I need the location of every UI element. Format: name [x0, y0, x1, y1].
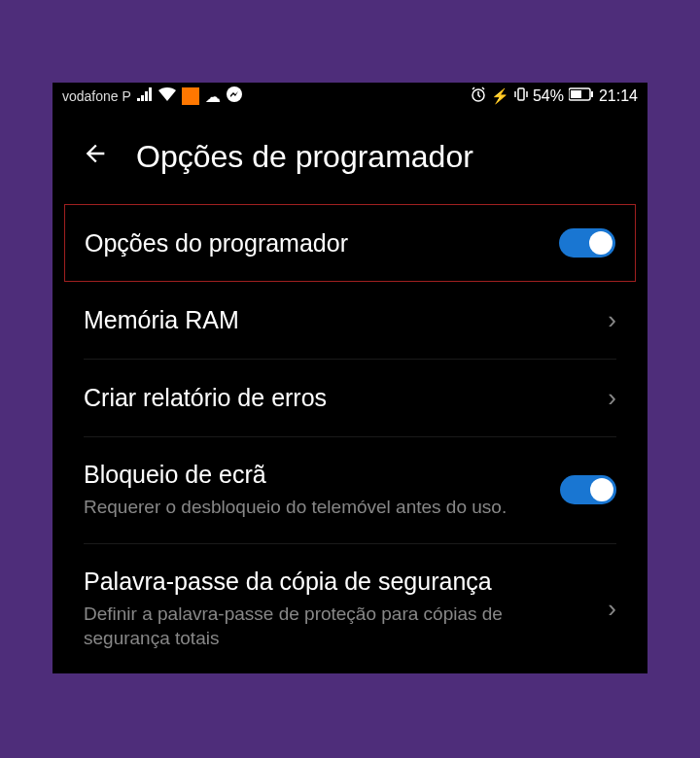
screen-lock-toggle[interactable]	[560, 475, 616, 504]
status-right: ⚡ 54% 21:14	[471, 86, 638, 106]
settings-row-bug-report[interactable]: Criar relatório de erros ›	[84, 360, 616, 437]
row-subtitle: Definir a palavra-passe de proteção para…	[84, 602, 588, 651]
status-left: vodafone P ☁	[62, 86, 242, 106]
back-arrow-icon[interactable]	[82, 140, 109, 174]
row-label: Opções do programador	[85, 229, 348, 258]
row-label: Criar relatório de erros	[84, 384, 588, 412]
clock: 21:14	[599, 87, 638, 105]
svg-rect-2	[518, 88, 524, 100]
phone-screen: vodafone P ☁ ⚡ 54% 21	[52, 83, 648, 673]
app-notification-icon	[182, 87, 199, 105]
wifi-icon	[158, 87, 176, 105]
chevron-right-icon: ›	[608, 383, 616, 413]
chevron-right-icon: ›	[608, 305, 616, 335]
developer-options-toggle[interactable]	[559, 228, 615, 258]
page-title: Opções de programador	[136, 139, 473, 175]
row-content: Criar relatório de erros	[84, 384, 608, 412]
chevron-right-icon: ›	[608, 594, 616, 624]
highlighted-developer-options-row[interactable]: Opções do programador	[64, 204, 636, 282]
settings-list: Memória RAM › Criar relatório de erros ›…	[52, 282, 648, 673]
signal-icon	[137, 87, 153, 105]
settings-row-backup-password[interactable]: Palavra-passe da cópia de segurança Defi…	[84, 544, 616, 673]
alarm-icon	[471, 86, 486, 106]
header: Opções de programador	[52, 110, 648, 194]
row-subtitle: Requerer o desbloqueio do telemóvel ante…	[84, 495, 541, 520]
svg-rect-4	[571, 90, 581, 98]
cloud-icon: ☁	[205, 87, 221, 106]
svg-rect-5	[591, 91, 593, 97]
bluetooth-icon: ⚡	[491, 87, 509, 105]
carrier-label: vodafone P	[62, 88, 131, 104]
row-label: Palavra-passe da cópia de segurança	[84, 568, 588, 596]
settings-row-screen-lock[interactable]: Bloqueio de ecrã Requerer o desbloqueio …	[84, 437, 616, 544]
messenger-icon	[227, 86, 242, 106]
row-content: Palavra-passe da cópia de segurança Defi…	[84, 568, 608, 651]
row-content: Memória RAM	[84, 306, 608, 334]
row-content: Bloqueio de ecrã Requerer o desbloqueio …	[84, 461, 560, 520]
vibrate-icon	[514, 86, 528, 106]
battery-icon	[569, 87, 594, 105]
row-label: Bloqueio de ecrã	[84, 461, 541, 489]
settings-row-memory[interactable]: Memória RAM ›	[84, 282, 616, 360]
row-label: Memória RAM	[84, 306, 588, 334]
battery-percent: 54%	[533, 87, 564, 105]
status-bar: vodafone P ☁ ⚡ 54% 21	[52, 83, 648, 110]
